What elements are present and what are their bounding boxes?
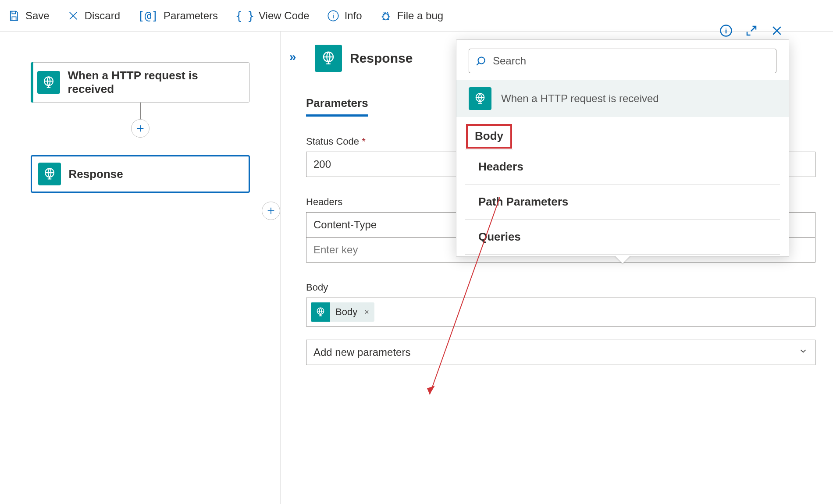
discard-label: Discard	[85, 10, 120, 22]
http-icon	[311, 302, 330, 322]
body-label: Body	[306, 282, 815, 293]
trigger-node[interactable]: When a HTTP request is received	[31, 62, 250, 103]
info-label: Info	[345, 10, 362, 22]
viewcode-label: View Code	[259, 10, 310, 22]
search-icon	[475, 55, 487, 67]
bug-label: File a bug	[397, 10, 443, 22]
remove-token-button[interactable]: ×	[364, 308, 369, 317]
info-icon[interactable]	[719, 24, 733, 37]
viewcode-button[interactable]: { } View Code	[235, 9, 310, 22]
source-label: When a HTTP request is received	[501, 92, 659, 105]
save-button[interactable]: Save	[8, 10, 50, 22]
node-accent	[31, 62, 33, 103]
search-input[interactable]: Search	[469, 49, 776, 73]
popover-controls	[719, 24, 783, 37]
svg-point-7	[478, 57, 485, 64]
source-row: When a HTTP request is received	[456, 80, 789, 117]
trigger-title: When a HTTP request is received	[68, 69, 241, 96]
connector	[0, 103, 280, 155]
tab-parameters[interactable]: Parameters	[306, 96, 368, 117]
response-title: Response	[69, 167, 123, 181]
save-icon	[8, 10, 20, 22]
body-token[interactable]: Body ×	[311, 302, 374, 322]
bug-icon	[380, 10, 392, 22]
designer-canvas: When a HTTP request is received Response	[0, 32, 281, 504]
option-body[interactable]: Body	[465, 123, 513, 149]
dynamic-content-popover: Search When a HTTP request is received B…	[456, 39, 789, 257]
collapse-button[interactable]: »	[289, 50, 294, 64]
response-node[interactable]: Response	[31, 155, 250, 193]
http-icon	[37, 71, 60, 94]
add-step-button[interactable]	[131, 119, 150, 138]
close-icon	[67, 10, 79, 22]
info-icon	[327, 10, 339, 22]
parameters-icon: [@]	[138, 9, 158, 22]
http-icon	[469, 87, 491, 110]
parameters-label: Parameters	[164, 10, 218, 22]
save-label: Save	[25, 10, 50, 22]
expand-icon[interactable]	[745, 24, 758, 37]
parameters-button[interactable]: [@] Parameters	[138, 9, 218, 22]
http-icon	[38, 163, 61, 185]
panel-title: Response	[350, 51, 413, 66]
option-queries[interactable]: Queries	[465, 220, 780, 255]
option-path-parameters[interactable]: Path Parameters	[465, 185, 780, 220]
chevron-down-icon	[798, 346, 808, 358]
body-input[interactable]: Body ×	[306, 298, 815, 327]
discard-button[interactable]: Discard	[67, 10, 120, 22]
add-step-button[interactable]	[262, 202, 280, 220]
braces-icon: { }	[235, 9, 253, 22]
search-placeholder: Search	[493, 55, 526, 67]
add-parameters-select[interactable]: Add new parameters	[306, 340, 815, 365]
option-headers[interactable]: Headers	[465, 149, 780, 185]
http-icon	[315, 45, 342, 72]
popover-tail	[615, 256, 630, 263]
body-token-label: Body	[335, 306, 357, 318]
bug-button[interactable]: File a bug	[380, 10, 443, 22]
info-button[interactable]: Info	[327, 10, 362, 22]
toolbar: Save Discard [@] Parameters { } View Cod…	[0, 0, 833, 32]
close-icon[interactable]	[770, 24, 783, 37]
